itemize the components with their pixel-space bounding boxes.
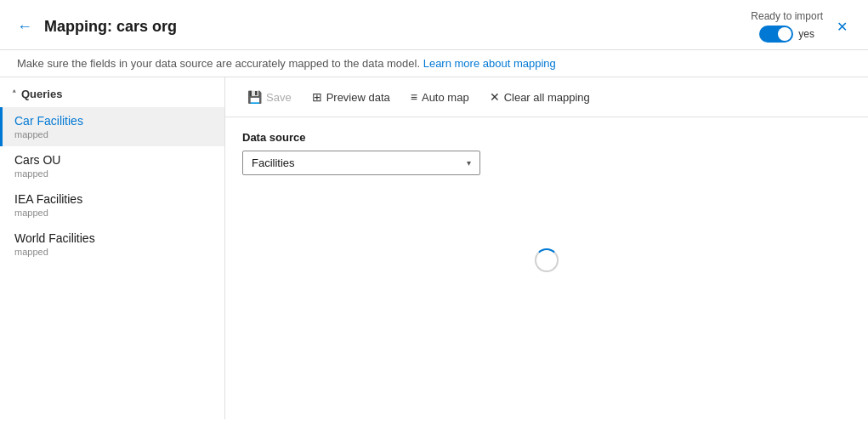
header-left: ← Mapping: cars org [14,17,177,36]
datasource-label: Data source [242,131,851,144]
loading-area [242,175,851,345]
automap-label: Auto map [422,91,469,104]
preview-data-button[interactable]: ⊞ Preview data [304,86,399,108]
subtitle-bar: Make sure the fields in your data source… [0,50,868,77]
toolbar: 💾 Save ⊞ Preview data ≡ Auto map ✕ Clear… [225,77,868,117]
queries-section-header: ˄ Queries [0,77,224,107]
ready-toggle[interactable] [759,26,793,43]
save-button[interactable]: 💾 Save [239,86,300,108]
sidebar: ˄ Queries Car Facilities mapped Cars OU … [0,77,225,419]
sidebar-item-iea-facilities-name: IEA Facilities [14,192,213,206]
chevron-up-icon: ˄ [12,89,16,99]
sidebar-item-car-facilities[interactable]: Car Facilities mapped [0,107,224,146]
header-right: Ready to import yes ✕ [751,10,851,43]
sidebar-item-world-facilities-name: World Facilities [14,231,213,245]
toggle-row: yes [759,26,814,43]
toggle-knob [778,27,791,41]
sidebar-item-cars-ou-status: mapped [14,168,213,179]
main-area: ˄ Queries Car Facilities mapped Cars OU … [0,77,868,419]
content-panel: 💾 Save ⊞ Preview data ≡ Auto map ✕ Clear… [225,77,868,419]
clear-all-mapping-button[interactable]: ✕ Clear all mapping [481,86,599,108]
datasource-selected-value: Facilities [252,157,295,169]
preview-label: Preview data [326,91,390,104]
sidebar-item-iea-facilities-status: mapped [14,208,213,218]
clear-icon: ✕ [490,90,500,104]
automap-icon: ≡ [411,90,417,104]
save-icon: 💾 [247,90,262,104]
back-button[interactable]: ← [14,17,36,36]
header: ← Mapping: cars org Ready to import yes … [0,0,868,50]
auto-map-button[interactable]: ≡ Auto map [402,86,478,108]
save-label: Save [266,91,292,104]
datasource-select[interactable]: Facilities ▾ [242,151,480,175]
sidebar-item-world-facilities[interactable]: World Facilities mapped [0,225,224,264]
page-title: Mapping: cars org [44,18,177,36]
sidebar-item-cars-ou-name: Cars OU [14,153,213,167]
toggle-yes-label: yes [798,28,814,40]
content-body: Data source Facilities ▾ [225,117,868,419]
sidebar-item-iea-facilities[interactable]: IEA Facilities mapped [0,185,224,225]
ready-label: Ready to import [751,10,823,22]
subtitle-text: Make sure the fields in your data source… [17,57,420,70]
sidebar-item-world-facilities-status: mapped [14,247,213,257]
preview-icon: ⊞ [312,90,322,104]
ready-to-import: Ready to import yes [751,10,823,43]
chevron-down-icon: ▾ [467,158,471,168]
learn-more-link[interactable]: Learn more about mapping [423,57,556,70]
loading-spinner [535,248,559,272]
sidebar-item-car-facilities-name: Car Facilities [14,114,213,128]
sidebar-item-car-facilities-status: mapped [14,129,213,139]
sidebar-item-cars-ou[interactable]: Cars OU mapped [0,146,224,185]
close-button[interactable]: ✕ [833,17,851,37]
queries-label: Queries [21,88,62,100]
clear-label: Clear all mapping [504,91,590,104]
